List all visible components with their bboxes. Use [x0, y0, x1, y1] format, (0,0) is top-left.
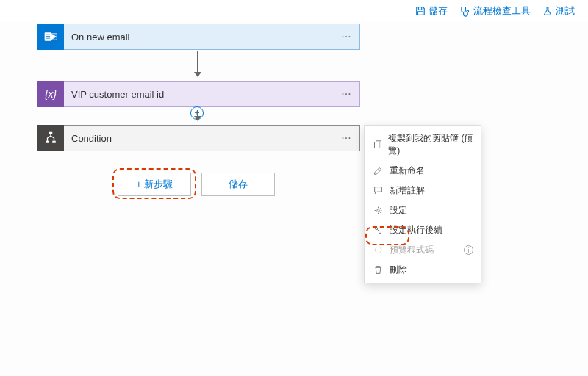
- svg-point-0: [467, 10, 469, 12]
- flow-canvas: On new email ··· {x} VIP customer email …: [0, 22, 588, 376]
- save-label: 儲存: [429, 4, 448, 18]
- trash-icon: [372, 265, 384, 275]
- menu-settings[interactable]: 設定: [365, 200, 481, 220]
- link-icon: [372, 225, 384, 235]
- svg-rect-4: [52, 141, 56, 143]
- flow-checker-label: 流程檢查工具: [473, 4, 531, 18]
- copy-icon: [372, 140, 382, 150]
- menu-copy-clipboard[interactable]: 複製到我的剪貼簿 (預覽): [365, 129, 481, 161]
- menu-rename[interactable]: 重新命名: [365, 161, 481, 181]
- trigger-card-title: On new email: [64, 32, 333, 43]
- connector-arrow: [197, 51, 198, 76]
- svg-point-7: [375, 227, 377, 229]
- menu-label: 重新命名: [390, 164, 425, 177]
- context-menu: 複製到我的剪貼簿 (預覽) 重新命名 新增註解 設定 設定執行後續 預覽程式碼 …: [364, 125, 481, 283]
- svg-rect-3: [46, 141, 49, 143]
- action-buttons-row: + 新步驟 儲存: [118, 173, 275, 196]
- condition-card-title: Condition: [64, 133, 333, 144]
- stethoscope-icon: [459, 6, 470, 17]
- flask-icon: [542, 6, 553, 16]
- menu-add-comment[interactable]: 新增註解: [365, 181, 481, 200]
- outlook-icon: [37, 24, 64, 50]
- svg-rect-2: [49, 132, 53, 134]
- variable-card[interactable]: {x} VIP customer email id ···: [37, 81, 360, 107]
- svg-point-6: [376, 209, 379, 212]
- flow-checker-command[interactable]: 流程檢查工具: [459, 4, 531, 18]
- menu-label: 設定: [390, 204, 407, 217]
- save-command[interactable]: 儲存: [415, 4, 448, 18]
- menu-peek-code: 預覽程式碼 i: [365, 240, 481, 260]
- menu-delete[interactable]: 刪除: [365, 260, 481, 280]
- menu-label: 新增註解: [390, 184, 425, 197]
- condition-card[interactable]: Condition ···: [37, 125, 360, 151]
- menu-label: 複製到我的剪貼簿 (預覽): [388, 132, 473, 157]
- menu-label: 設定執行後續: [390, 224, 442, 236]
- comment-icon: [372, 186, 384, 195]
- menu-label: 預覽程式碼: [390, 244, 434, 256]
- command-bar: 儲存 流程檢查工具 測試: [415, 4, 575, 18]
- info-icon: i: [464, 245, 473, 255]
- svg-rect-5: [374, 142, 379, 148]
- connector-arrow: [197, 110, 198, 120]
- menu-label: 刪除: [390, 264, 407, 276]
- test-label: 測試: [556, 4, 575, 18]
- variable-card-menu-button[interactable]: ···: [333, 87, 359, 101]
- new-step-button[interactable]: + 新步驟: [118, 173, 191, 196]
- svg-point-8: [379, 231, 381, 233]
- trigger-card-menu-button[interactable]: ···: [333, 30, 359, 43]
- save-icon: [415, 6, 426, 16]
- test-command[interactable]: 測試: [542, 4, 575, 18]
- code-icon: [372, 245, 384, 255]
- save-button[interactable]: 儲存: [201, 173, 275, 196]
- variable-card-title: VIP customer email id: [64, 89, 333, 100]
- trigger-card[interactable]: On new email ···: [37, 24, 360, 50]
- branch-icon: [37, 125, 64, 151]
- condition-card-menu-button[interactable]: ···: [333, 131, 359, 145]
- variable-icon: {x}: [37, 81, 64, 107]
- pencil-icon: [372, 166, 384, 176]
- gear-icon: [372, 206, 384, 215]
- menu-run-after[interactable]: 設定執行後續: [365, 220, 481, 240]
